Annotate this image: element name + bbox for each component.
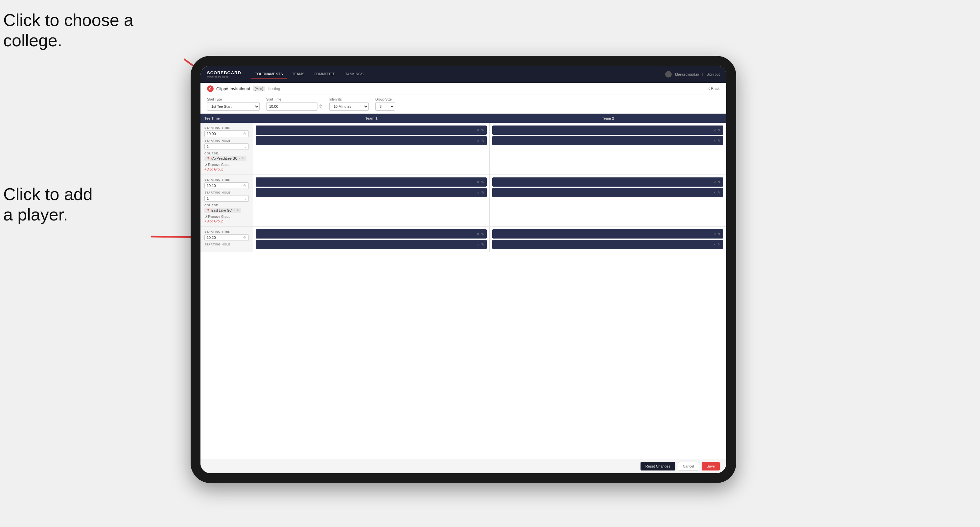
player-x-btn[interactable]: × [477,180,479,184]
player-edit-btn[interactable]: ✎ [481,190,484,195]
start-time-input[interactable] [266,102,317,111]
player-edit-btn[interactable]: ✎ [718,243,721,247]
group-2-left: STARTING TIME: 10:10 ⏱ STARTING HOLE: 1 … [200,175,253,226]
course-icon-1: 📍 [206,157,210,160]
footer-bar: Reset Changes Cancel Save [200,459,726,473]
course-tag-remove-2[interactable]: × [233,209,235,212]
remove-group-2[interactable]: ↺ Remove Group [204,215,249,219]
group-1-left: STARTING TIME: 10:00 ⏱ STARTING HOLE: 1 … [200,123,253,175]
clock-icon: ⏱ [319,104,323,109]
event-logo: C [207,86,214,92]
player-row[interactable]: × ✎ [492,229,723,238]
group-size-label: Group Size [375,98,395,101]
clock-icon-1: ⏱ [243,132,247,136]
intervals-select[interactable]: 10 Minutes [329,102,369,111]
nav-link-teams[interactable]: TEAMS [288,70,309,79]
player-x-btn[interactable]: × [714,232,716,236]
player-row[interactable]: × ✎ [492,178,723,187]
annotation-bottom-line1: Click to add [3,185,93,204]
player-row[interactable]: × ✎ [256,188,487,197]
start-type-select[interactable]: 1st Tee Start [207,102,259,111]
player-edit-btn[interactable]: ✎ [481,128,484,132]
table-row: STARTING TIME: 10:20 ⏱ STARTING HOLE: × … [200,227,726,252]
player-x-btn[interactable]: × [714,243,716,246]
starting-hole-label-1: STARTING HOLE: [204,139,249,142]
player-x-btn[interactable]: × [477,128,479,132]
th-tee-time: Tee Time [200,114,253,123]
player-edit-btn[interactable]: ✎ [718,190,721,195]
player-x-btn[interactable]: × [477,190,479,195]
player-x-btn[interactable]: × [714,128,716,132]
player-x-btn[interactable]: × [714,190,716,195]
player-row[interactable]: × ✎ [492,188,723,197]
player-row[interactable]: × ✎ [492,125,723,135]
th-team2: Team 2 [490,114,726,123]
nav-link-tournaments[interactable]: TOURNAMENTS [251,70,287,79]
sign-out-link[interactable]: Sign out [706,72,720,76]
start-time-label: Start Time [266,98,323,101]
add-group-1[interactable]: + Add Group [204,168,249,171]
clock-icon-2: ⏱ [243,184,247,187]
course-tag-remove-1[interactable]: × [239,157,240,160]
player-row[interactable]: × ✎ [256,178,487,187]
back-button[interactable]: < Back [708,86,720,91]
course-tag-edit-2[interactable]: ✎ [236,209,239,212]
course-icon-2: 📍 [206,209,210,212]
nav-link-rankings[interactable]: RANKINGS [341,70,368,79]
starting-hole-input-2[interactable]: 1 ⌄ [204,195,249,202]
annotation-bottom: Click to add a player. [3,184,93,225]
player-x-btn[interactable]: × [477,139,479,143]
player-row[interactable]: × ✎ [256,136,487,145]
team1-group2: × ✎ × ✎ [253,175,490,226]
chevron-icon-1: ⌄ [244,145,247,149]
player-edit-btn[interactable]: ✎ [718,139,721,143]
player-x-btn[interactable]: × [714,180,716,184]
course-tag-2[interactable]: 📍 East Lake GC × ✎ [204,208,241,213]
player-row[interactable]: × ✎ [256,125,487,135]
intervals-group: Intervals 10 Minutes [329,98,369,111]
player-row[interactable]: × ✎ [492,136,723,145]
player-edit-btn[interactable]: ✎ [481,232,484,236]
table-row: STARTING TIME: 10:10 ⏱ STARTING HOLE: 1 … [200,175,726,227]
player-edit-btn[interactable]: ✎ [481,139,484,143]
player-row[interactable]: × ✎ [492,240,723,249]
separator: | [702,72,703,76]
player-row[interactable]: × ✎ [256,240,487,249]
cancel-button[interactable]: Cancel [678,462,699,470]
remove-group-1[interactable]: ↺ Remove Group [204,163,249,167]
player-x-btn[interactable]: × [714,139,716,143]
form-row: Start Type 1st Tee Start Start Time ⏱ In… [200,95,726,114]
player-edit-btn[interactable]: ✎ [718,180,721,184]
player-edit-btn[interactable]: ✎ [718,128,721,132]
event-gender: (Men) [253,86,265,91]
tablet-frame: SCOREBOARD Powered by clippd TOURNAMENTS… [191,56,736,483]
group-size-select[interactable]: 3 [375,102,395,111]
course-tag-edit-1[interactable]: ✎ [242,157,245,160]
nav-link-committee[interactable]: COMMITTEE [310,70,339,79]
reset-button[interactable]: Reset Changes [641,462,675,470]
hosting-label: Hosting [268,87,280,90]
save-button[interactable]: Save [702,462,720,470]
table-row: STARTING TIME: 10:00 ⏱ STARTING HOLE: 1 … [200,123,726,175]
annotation-top-line1: Click to choose a [3,11,134,30]
player-x-btn[interactable]: × [477,243,479,246]
annotation-top: Click to choose a college. [3,10,134,51]
start-time-group: Start Time ⏱ [266,98,323,111]
starting-time-input-3[interactable]: 10:20 ⏱ [204,234,249,241]
course-tag-1[interactable]: 📍 (A) Peachtree GC × ✎ [204,156,247,161]
event-name: Clippd Invitational [216,86,250,91]
player-edit-btn[interactable]: ✎ [481,243,484,247]
group-size-group: Group Size 3 [375,98,395,111]
player-edit-btn[interactable]: ✎ [718,232,721,236]
player-row[interactable]: × ✎ [256,229,487,238]
starting-hole-input-1[interactable]: 1 ⌄ [204,143,249,150]
starting-time-input-1[interactable]: 10:00 ⏱ [204,130,249,137]
navbar: SCOREBOARD Powered by clippd TOURNAMENTS… [200,66,726,83]
add-group-2[interactable]: + Add Group [204,219,249,223]
team2-group2: × ✎ × ✎ [490,175,726,226]
player-x-btn[interactable]: × [477,232,479,236]
course-label-2: COURSE: [204,204,249,207]
team2-group3: × ✎ × ✎ [490,227,726,252]
starting-time-input-2[interactable]: 10:10 ⏱ [204,183,249,189]
player-edit-btn[interactable]: ✎ [481,180,484,184]
